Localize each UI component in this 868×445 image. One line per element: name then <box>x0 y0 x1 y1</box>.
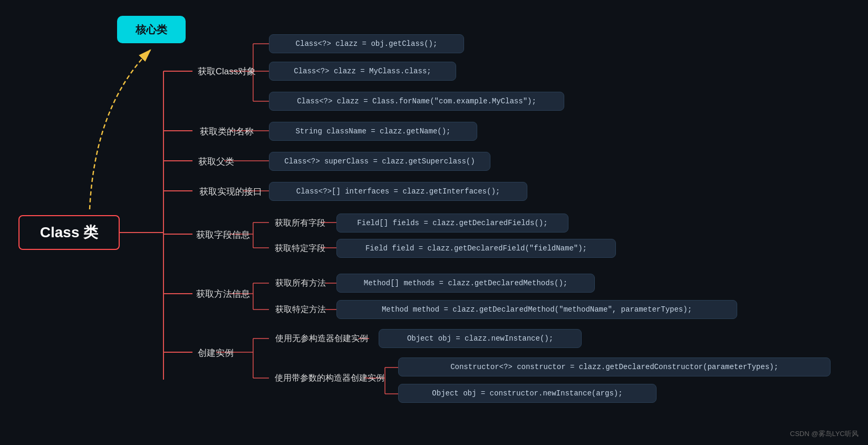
sub6a-label: 获取所有方法 <box>275 278 326 289</box>
code6a-label: Method[] methods = clazz.getDeclaredMeth… <box>364 279 567 287</box>
watermark: CSDN @雾岛LYC听风 <box>790 429 859 439</box>
core-label: 核心类 <box>136 23 167 37</box>
code7b1-node: Constructor<?> constructor = clazz.getDe… <box>398 357 831 376</box>
sub5a-label: 获取所有字段 <box>275 218 325 229</box>
cat5-label: 获取字段信息 <box>196 229 250 241</box>
code1b-node: Class<?> clazz = MyClass.class; <box>269 62 456 81</box>
code1c-label: Class<?> clazz = Class.forName("com.exam… <box>297 97 536 105</box>
sub5a-node: 获取所有字段 <box>269 214 331 232</box>
code7b2-node: Object obj = constructor.newInstance(arg… <box>398 384 657 403</box>
cat7-label: 创建实例 <box>198 347 234 359</box>
code1c-node: Class<?> clazz = Class.forName("com.exam… <box>269 92 564 111</box>
sub6b-label: 获取特定方法 <box>275 304 326 315</box>
cat7-node: 创建实例 <box>192 344 239 362</box>
code5a-label: Field[] fields = clazz.getDeclaredFields… <box>357 219 547 227</box>
sub7b-label: 使用带参数的构造器创建实例 <box>275 373 384 384</box>
cat2-node: 获取类的名称 <box>192 122 261 140</box>
code3-node: Class<?> superClass = clazz.getSuperclas… <box>269 152 490 171</box>
cat1-node: 获取Class对象 <box>192 62 261 80</box>
sub5b-label: 获取特定字段 <box>275 243 325 254</box>
cat4-label: 获取实现的接口 <box>199 186 262 198</box>
cat6-node: 获取方法信息 <box>192 285 253 303</box>
cat2-label: 获取类的名称 <box>200 125 254 138</box>
code5b-node: Field field = clazz.getDeclaredField("fi… <box>336 239 616 258</box>
sub7a-node: 使用无参构造器创建实例 <box>269 330 374 347</box>
cat6-label: 获取方法信息 <box>196 288 250 300</box>
core-node: 核心类 <box>117 16 186 43</box>
code7b1-label: Constructor<?> constructor = clazz.getDe… <box>450 363 778 371</box>
code1a-node: Class<?> clazz = obj.getClass(); <box>269 34 464 53</box>
code2-node: String className = clazz.getName(); <box>269 122 477 141</box>
sub7a-label: 使用无参构造器创建实例 <box>275 333 368 344</box>
code1a-label: Class<?> clazz = obj.getClass(); <box>296 40 438 48</box>
watermark-text: CSDN @雾岛LYC听风 <box>790 430 859 438</box>
cat4-node: 获取实现的接口 <box>192 182 269 200</box>
code5b-label: Field field = clazz.getDeclaredField("fi… <box>365 244 587 253</box>
cat3-label: 获取父类 <box>198 156 234 168</box>
code5a-node: Field[] fields = clazz.getDeclaredFields… <box>336 214 568 233</box>
sub5b-node: 获取特定字段 <box>269 239 331 257</box>
cat3-node: 获取父类 <box>192 152 240 170</box>
sub6a-node: 获取所有方法 <box>269 274 332 292</box>
code6b-node: Method method = clazz.getDeclaredMethod(… <box>336 300 737 319</box>
root-label: Class 类 <box>40 222 99 243</box>
diagram-container: Class 类 核心类 获取Class对象 获取类的名称 获取父类 获取实现的接… <box>0 0 868 445</box>
cat5-node: 获取字段信息 <box>192 226 253 244</box>
code2-label: String className = clazz.getName(); <box>295 127 450 136</box>
code3-label: Class<?> superClass = clazz.getSuperclas… <box>284 157 475 166</box>
sub6b-node: 获取特定方法 <box>269 301 332 318</box>
code4-label: Class<?>[] interfaces = clazz.getInterfa… <box>296 187 500 196</box>
cat1-label: 获取Class对象 <box>198 65 256 78</box>
root-node: Class 类 <box>18 215 120 250</box>
code7a-label: Object obj = clazz.newInstance(); <box>407 334 553 343</box>
code7b2-label: Object obj = constructor.newInstance(arg… <box>432 389 622 398</box>
sub7b-node: 使用带参数的构造器创建实例 <box>269 369 390 387</box>
code6b-label: Method method = clazz.getDeclaredMethod(… <box>382 305 692 314</box>
code1b-label: Class<?> clazz = MyClass.class; <box>294 67 431 75</box>
code4-node: Class<?>[] interfaces = clazz.getInterfa… <box>269 182 527 201</box>
code7a-node: Object obj = clazz.newInstance(); <box>379 329 582 348</box>
code6a-node: Method[] methods = clazz.getDeclaredMeth… <box>336 274 595 293</box>
